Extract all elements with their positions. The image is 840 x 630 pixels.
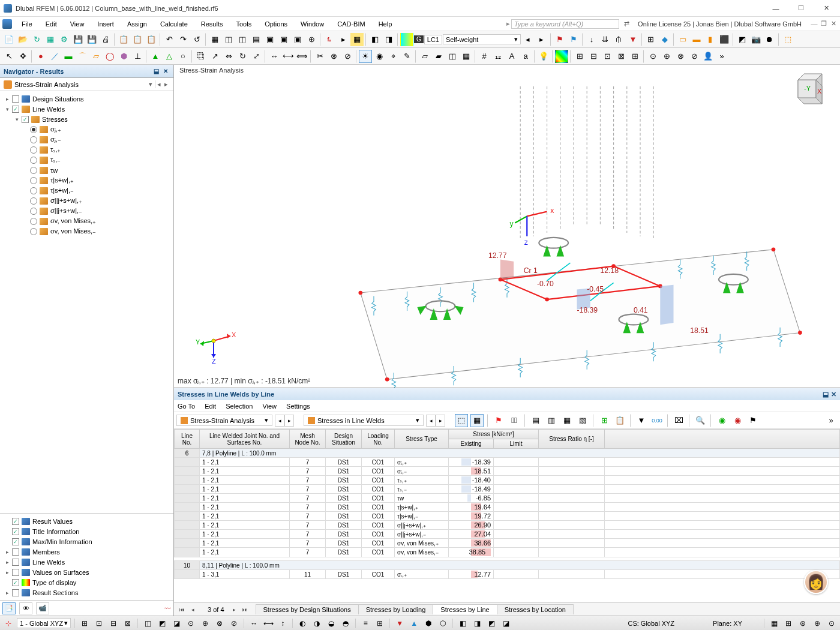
menu-results[interactable]: Results: [195, 19, 229, 29]
calc1-icon[interactable]: ▣: [263, 33, 277, 46]
undo-icon[interactable]: ↶: [163, 33, 176, 46]
sb-i3-icon[interactable]: ⊟: [107, 618, 119, 629]
sb-i26-icon[interactable]: ◨: [471, 618, 483, 629]
sb-i11-icon[interactable]: ⊘: [228, 618, 240, 629]
opening-icon[interactable]: ◯: [103, 50, 116, 63]
table-row[interactable]: 1 - 2,17DS1CO1τ|s+w|,₋19.72: [175, 512, 840, 521]
lab2-icon[interactable]: a: [519, 50, 532, 63]
sb-i15-icon[interactable]: ◐: [296, 618, 308, 629]
pt-t4-icon[interactable]: ▧: [576, 414, 589, 427]
navtab-display-icon[interactable]: 👁: [19, 602, 32, 614]
grid3-icon[interactable]: ⊡: [601, 50, 614, 63]
arrow-icon[interactable]: ▸: [337, 33, 350, 46]
pt-dec-icon[interactable]: 0.00: [650, 414, 664, 427]
member-icon[interactable]: ▬: [62, 50, 75, 63]
dim1-icon[interactable]: ↔: [268, 50, 281, 63]
dim2-icon[interactable]: ⟷: [281, 50, 295, 63]
tree-lower-item[interactable]: ✓Result Values: [0, 516, 173, 526]
globe-icon[interactable]: ⊕: [305, 33, 318, 46]
edit1-icon[interactable]: ✂: [313, 50, 326, 63]
res2-icon[interactable]: ◨: [382, 33, 395, 46]
navtab-views-icon[interactable]: 📹: [36, 602, 49, 614]
view4-icon[interactable]: ✎: [400, 50, 413, 63]
gear-icon[interactable]: ⚙: [58, 33, 71, 46]
doc2-icon[interactable]: 📋: [131, 33, 144, 46]
lc-prev-icon[interactable]: ◂: [521, 33, 535, 46]
tree-stress-item[interactable]: τ|s+w|,₋: [0, 185, 173, 196]
page-next-icon[interactable]: ▸: [229, 605, 240, 614]
panel-dd-analysis[interactable]: Stress-Strain Analysis▾: [176, 415, 272, 426]
edit2-icon[interactable]: ⊗: [327, 50, 340, 63]
pt-clear-icon[interactable]: ⌧: [672, 414, 685, 427]
cube-icon[interactable]: ⬚: [781, 33, 794, 46]
print-icon[interactable]: 🖨: [99, 33, 112, 46]
sb-i19-icon[interactable]: ≡: [359, 618, 371, 629]
sb-i7-icon[interactable]: ◪: [170, 618, 182, 629]
tree-lower-item[interactable]: ▸Result Sections: [0, 587, 173, 598]
num1-icon[interactable]: #: [478, 50, 491, 63]
view2-icon[interactable]: ◉: [373, 50, 386, 63]
sb-i17-icon[interactable]: ◒: [325, 618, 337, 629]
table-row[interactable]: 1 - 2,17DS1CO1τₛ,₊-18.40: [175, 476, 840, 485]
sb-i23-icon[interactable]: ⬢: [422, 618, 434, 629]
menu-window[interactable]: Window: [295, 19, 330, 29]
cam-icon[interactable]: 📷: [749, 33, 763, 46]
page-last-icon[interactable]: ⏭: [240, 605, 251, 614]
th-mesh[interactable]: Mesh Node No.: [290, 430, 326, 449]
sb-i4-icon[interactable]: ⊠: [122, 618, 134, 629]
open-icon[interactable]: 📂: [16, 33, 29, 46]
res1-icon[interactable]: ◧: [368, 33, 382, 46]
pt-opt1-icon[interactable]: ◉: [715, 414, 728, 427]
snap4-icon[interactable]: ⊘: [688, 50, 701, 63]
menu-file[interactable]: File: [16, 19, 38, 29]
panel-dd-table[interactable]: Stresses in Line Welds▾: [304, 415, 424, 426]
dd-chevron-icon[interactable]: ▾: [146, 80, 155, 88]
cs-icon[interactable]: ⊥: [131, 50, 144, 63]
sb-i8-icon[interactable]: ⊙: [185, 618, 197, 629]
pt-opt2-icon[interactable]: ◉: [731, 414, 744, 427]
navigator-dropdown[interactable]: Stress-Strain Analysis ▾ ◂ ▸: [0, 78, 173, 91]
mirror-icon[interactable]: ⇔: [222, 50, 235, 63]
results-table[interactable]: Line No. Line Welded Joint No. and Surfa…: [174, 429, 840, 602]
surface-icon[interactable]: ▱: [89, 50, 103, 63]
minimize-button[interactable]: —: [766, 2, 786, 15]
th-line[interactable]: Line No.: [175, 430, 200, 449]
sb-i2-icon[interactable]: ⊡: [93, 618, 105, 629]
lab1-icon[interactable]: A: [505, 50, 518, 63]
table-row[interactable]: 1 - 2,17DS1CO1σⱼ,₊-18.39: [175, 458, 840, 467]
save-all-icon[interactable]: 💾: [85, 33, 98, 46]
tree-line-welds[interactable]: ▾✓Line Welds: [0, 104, 173, 114]
table-row[interactable]: 1 - 3,111DS1CO1σⱼ,₊12.77: [175, 570, 840, 579]
menu-view[interactable]: View: [64, 19, 91, 29]
sb-i18-icon[interactable]: ◓: [340, 618, 352, 629]
th-ratio[interactable]: Stress Ratio η [-]: [539, 430, 605, 449]
sb-i24-icon[interactable]: ⬡: [437, 618, 449, 629]
tree-stress-item[interactable]: τ|s+w|,₊: [0, 175, 173, 185]
table-row[interactable]: 1 - 2,17DS1CO1σ||j+s+w|,₋27.04: [175, 530, 840, 539]
load3-icon[interactable]: ⫛: [613, 33, 626, 46]
render3-icon[interactable]: ▮: [704, 33, 717, 46]
panel-close-icon[interactable]: ✕: [831, 391, 836, 398]
pt-more-icon[interactable]: »: [824, 414, 838, 427]
sb-i1-icon[interactable]: ⊞: [79, 618, 91, 629]
menu-cadbim[interactable]: CAD-BIM: [331, 19, 371, 29]
panel-menu-edit[interactable]: Edit: [205, 403, 216, 410]
th-type[interactable]: Stress Type: [395, 430, 449, 449]
dd1-next-icon[interactable]: ▸: [284, 415, 294, 427]
inner-close[interactable]: ✕: [829, 20, 838, 28]
arc-icon[interactable]: ⌒: [76, 50, 89, 63]
surf1-icon[interactable]: ▱: [418, 50, 431, 63]
rotate-icon[interactable]: ↻: [236, 50, 249, 63]
tree-stress-item[interactable]: σⱼ,₋: [0, 134, 173, 145]
tree-lower-item[interactable]: ✓Type of display: [0, 577, 173, 587]
doc3-icon[interactable]: 📋: [145, 33, 158, 46]
grid2-icon[interactable]: ⊟: [587, 50, 600, 63]
lc-select[interactable]: Self-weight▾: [443, 34, 521, 44]
dim3-icon[interactable]: ⟺: [295, 50, 308, 63]
pt-t3-icon[interactable]: ▦: [560, 414, 574, 427]
tree-lower-item[interactable]: ▸Values on Surfaces: [0, 567, 173, 577]
sb-i10-icon[interactable]: ⊗: [214, 618, 226, 629]
sb-r3-icon[interactable]: ⊛: [797, 618, 809, 629]
tree-stress-item[interactable]: σⱼ,₊: [0, 124, 173, 134]
result-icon[interactable]: ▼: [626, 33, 640, 46]
